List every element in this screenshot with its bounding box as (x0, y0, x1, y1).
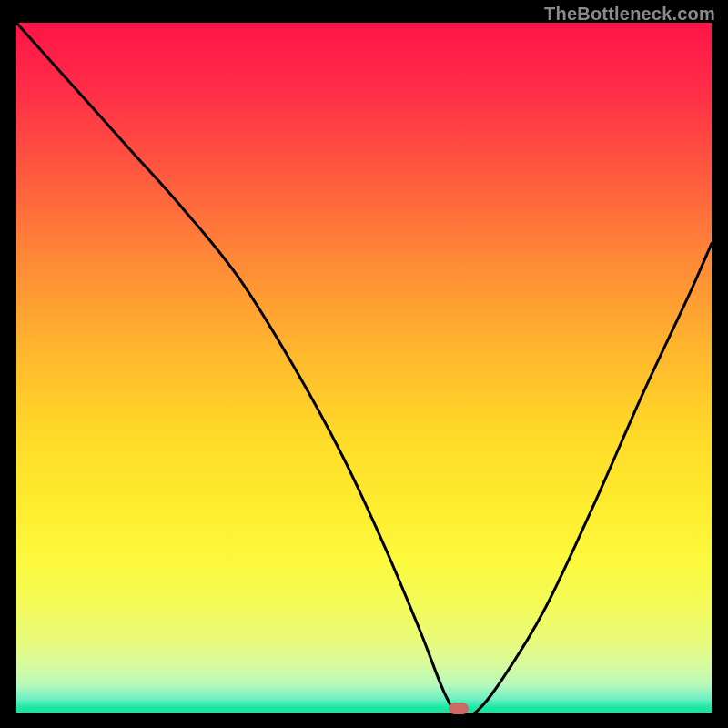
chart-frame: TheBottleneck.com (0, 0, 728, 728)
watermark-text: TheBottleneck.com (544, 4, 715, 25)
bottleneck-curve (16, 23, 712, 713)
optimal-point-marker (449, 703, 469, 714)
